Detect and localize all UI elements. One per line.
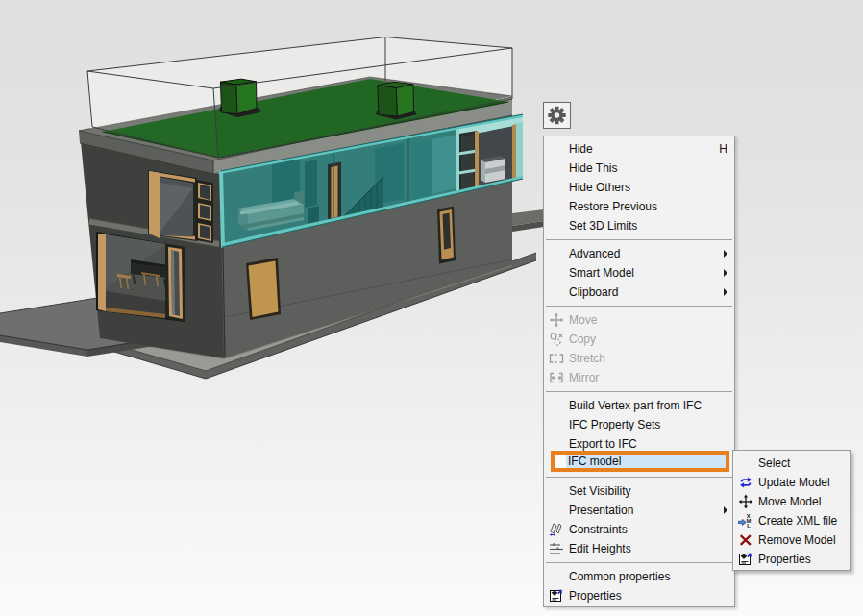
svg-text:L: L (747, 523, 751, 529)
